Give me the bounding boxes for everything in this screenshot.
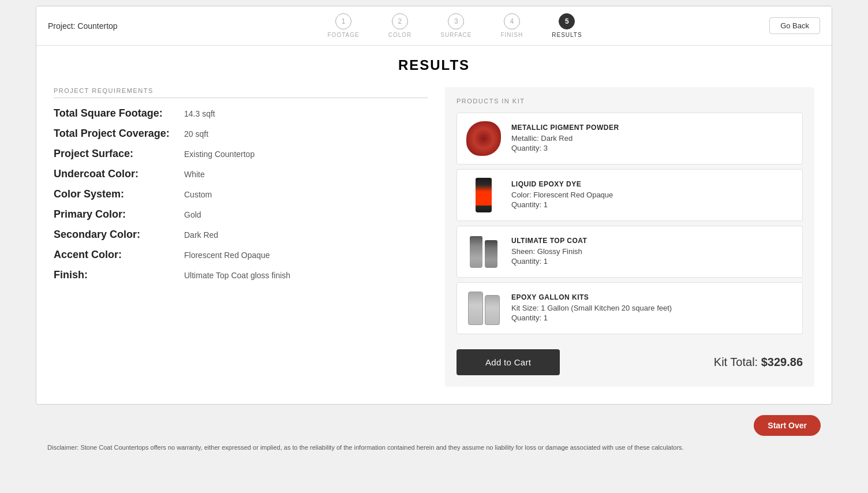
step-circle-color: 2 [392,13,408,29]
req-val-sqft: 14.3 sqft [184,109,215,118]
step-label-color: COLOR [388,32,412,38]
step-surface: 3 SURFACE [440,13,472,38]
step-circle-results: 5 [559,13,575,29]
disclaimer-text: Disclaimer: Stone Coat Countertops offer… [36,440,832,457]
disclaimer-content: Disclaimer: Stone Coat Countertops offer… [47,444,684,451]
pigment-powder-icon [466,121,501,156]
req-row-surface: Project Surface: Existing Countertop [54,148,428,160]
req-val-accent: Florescent Red Opaque [184,251,270,260]
right-column: PRODUCTS IN KIT METALLIC PIGMENT POWDER … [445,87,814,387]
req-key-surface: Project Surface: [54,148,181,160]
product-detail1-dye: Color: Florescent Red Opaque [511,191,794,199]
product-info-topcoat: ULTIMATE TOP COAT Sheen: Glossy Finish Q… [511,237,794,267]
topcoat-bottle1-icon [470,236,482,268]
req-row-coverage: Total Project Coverage: 20 sqft [54,128,428,140]
go-back-button[interactable]: Go Back [769,17,820,34]
step-color: 2 COLOR [388,13,412,38]
topcoat-icon [470,236,497,268]
req-key-primary: Primary Color: [54,208,181,221]
products-list: METALLIC PIGMENT POWDER Metallic: Dark R… [457,113,803,339]
req-key-colorsystem: Color System: [54,188,181,200]
req-key-secondary: Secondary Color: [54,229,181,241]
req-row-secondary: Secondary Color: Dark Red [54,229,428,241]
product-detail2-dye: Quantity: 1 [511,200,794,209]
req-key-sqft: Total Square Footage: [54,107,181,119]
product-item-epoxy: EPOXY GALLON KITS Kit Size: 1 Gallon (Sm… [457,282,803,334]
product-info-dye: LIQUID EPOXY DYE Color: Florescent Red O… [511,180,794,210]
req-val-surface: Existing Countertop [184,150,255,159]
product-info-epoxy: EPOXY GALLON KITS Kit Size: 1 Gallon (Sm… [511,293,794,323]
product-image-epoxy [465,290,502,327]
product-info-pigment: METALLIC PIGMENT POWDER Metallic: Dark R… [511,124,794,154]
two-column-layout: PROJECT REQUIREMENTS Total Square Footag… [54,87,814,387]
req-val-colorsystem: Custom [184,190,212,199]
left-column: PROJECT REQUIREMENTS Total Square Footag… [54,87,428,387]
product-detail2-epoxy: Quantity: 1 [511,313,794,322]
step-footage: 1 FOOTAGE [328,13,360,38]
product-detail1-epoxy: Kit Size: 1 Gallon (Small Kitchen 20 squ… [511,304,794,312]
req-val-coverage: 20 sqft [184,129,208,139]
product-detail1-pigment: Metallic: Dark Red [511,134,794,143]
req-row-primary: Primary Color: Gold [54,208,428,221]
product-name-dye: LIQUID EPOXY DYE [511,180,794,188]
kit-total: Kit Total: $329.86 [714,356,803,369]
step-circle-footage: 1 [335,13,351,29]
content-area: RESULTS PROJECT REQUIREMENTS Total Squar… [36,46,832,404]
step-label-surface: SURFACE [440,32,472,38]
start-over-button[interactable]: Start Over [754,415,821,436]
epoxy-jug2-icon [485,295,500,325]
req-row-accent: Accent Color: Florescent Red Opaque [54,249,428,261]
product-detail2-pigment: Quantity: 3 [511,144,794,152]
cart-area: Add to Cart Kit Total: $329.86 [457,349,803,375]
product-detail2-topcoat: Quantity: 1 [511,257,794,266]
header: Project: Countertop 1 FOOTAGE 2 COLOR 3 … [36,6,832,46]
product-image-pigment [465,120,502,157]
epoxy-jug1-icon [468,292,483,325]
req-val-secondary: Dark Red [184,230,218,240]
topcoat-bottle2-icon [485,240,497,268]
req-key-coverage: Total Project Coverage: [54,128,181,140]
product-name-topcoat: ULTIMATE TOP COAT [511,237,794,245]
page-title: RESULTS [54,57,814,73]
req-key-finish: Finish: [54,269,181,281]
epoxy-dye-icon [476,178,492,212]
products-label: PRODUCTS IN KIT [457,98,803,104]
req-row-sqft: Total Square Footage: 14.3 sqft [54,107,428,119]
product-item-pigment: METALLIC PIGMENT POWDER Metallic: Dark R… [457,113,803,165]
step-finish: 4 FINISH [500,13,523,38]
req-val-finish: Ultimate Top Coat gloss finish [184,271,290,280]
step-circle-finish: 4 [504,13,520,29]
product-name-epoxy: EPOXY GALLON KITS [511,293,794,301]
product-detail1-topcoat: Sheen: Glossy Finish [511,247,794,256]
project-title: Project: Countertop [48,21,140,31]
product-item-topcoat: ULTIMATE TOP COAT Sheen: Glossy Finish Q… [457,226,803,278]
requirements-label: PROJECT REQUIREMENTS [54,87,428,98]
req-row-undercoat: Undercoat Color: White [54,168,428,180]
req-val-undercoat: White [184,170,205,179]
req-row-finish: Finish: Ultimate Top Coat gloss finish [54,269,428,281]
req-key-undercoat: Undercoat Color: [54,168,181,180]
kit-total-label: Kit Total: [714,356,758,368]
step-circle-surface: 3 [448,13,464,29]
req-val-primary: Gold [184,210,201,219]
step-results: 5 RESULTS [552,13,582,38]
step-label-footage: FOOTAGE [328,32,360,38]
product-image-dye [465,177,502,214]
req-key-accent: Accent Color: [54,249,181,261]
epoxy-kits-icon [468,292,500,325]
bottom-bar: Start Over [36,410,832,440]
product-item-dye: LIQUID EPOXY DYE Color: Florescent Red O… [457,169,803,221]
product-image-topcoat [465,233,502,270]
steps-container: 1 FOOTAGE 2 COLOR 3 SURFACE 4 FINISH 5 R… [140,13,769,38]
product-name-pigment: METALLIC PIGMENT POWDER [511,124,794,132]
req-row-colorsystem: Color System: Custom [54,188,428,200]
step-label-finish: FINISH [500,32,523,38]
step-label-results: RESULTS [552,32,582,38]
kit-total-value: $329.86 [761,356,803,368]
add-to-cart-button[interactable]: Add to Cart [457,349,560,375]
